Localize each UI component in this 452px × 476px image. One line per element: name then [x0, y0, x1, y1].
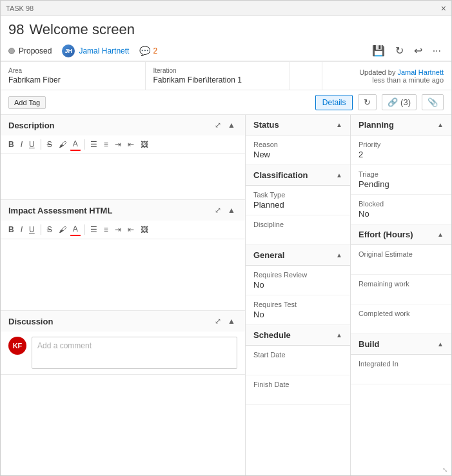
impact-collapse-btn[interactable]: ▲: [226, 205, 237, 215]
impact-toolbar-strike[interactable]: S: [44, 223, 55, 236]
impact-toolbar-paint[interactable]: 🖌: [56, 223, 69, 236]
refresh-button[interactable]: ↻: [393, 43, 406, 58]
undo-button[interactable]: ↩: [411, 43, 425, 58]
status-badge[interactable]: Proposed: [8, 46, 52, 55]
title-bar-label: TASK 98: [6, 5, 34, 12]
discussion-body: KF Add a comment: [1, 332, 245, 374]
tab-details[interactable]: Details: [315, 95, 353, 110]
resize-handle[interactable]: ⤡: [442, 466, 450, 474]
impact-expand-btn[interactable]: ⤢: [213, 205, 223, 215]
updated-by-link[interactable]: Jamal Hartnett: [397, 68, 444, 76]
description-editor[interactable]: [1, 154, 245, 199]
impact-toolbar-ol[interactable]: ≡: [101, 223, 111, 236]
main-window: TASK 98 × 98 Welcome screen Proposed JH …: [0, 0, 452, 476]
tab-history-btn[interactable]: ↻: [358, 94, 377, 110]
general-header[interactable]: General ▲: [246, 245, 350, 266]
impact-toolbar-underline[interactable]: U: [26, 223, 37, 236]
build-section-header[interactable]: Build ▲: [351, 334, 451, 355]
title-bar: TASK 98 ×: [1, 1, 451, 16]
general-title: General: [253, 250, 284, 260]
original-estimate-value[interactable]: [359, 259, 444, 269]
discussion-header[interactable]: Discussion ⤢ ▲: [1, 311, 245, 332]
description-title: Description: [8, 121, 55, 130]
toolbar-font-color[interactable]: A: [70, 138, 81, 151]
iteration-value[interactable]: Fabrikam Fiber\Iteration 1: [153, 75, 282, 84]
effort-section-header[interactable]: Effort (Hours) ▲: [351, 224, 451, 245]
planning-section-header[interactable]: Planning ▲: [351, 115, 451, 135]
discussion-collapse-btn[interactable]: ▲: [226, 316, 237, 326]
schedule-header[interactable]: Schedule ▲: [246, 325, 350, 346]
triage-label: Triage: [359, 170, 444, 178]
remaining-work-value[interactable]: [359, 289, 444, 299]
comment-input[interactable]: Add a comment: [32, 337, 237, 369]
reason-value[interactable]: New: [253, 150, 342, 159]
blocked-label: Blocked: [359, 200, 444, 208]
impact-toolbar-outdent[interactable]: ⇤: [125, 223, 137, 236]
priority-label: Priority: [359, 141, 444, 148]
finish-date-value[interactable]: [253, 390, 342, 399]
toolbar-bold[interactable]: B: [6, 138, 17, 151]
requires-test-value[interactable]: No: [253, 310, 342, 319]
classification-title: Classification: [253, 170, 308, 180]
toolbar-sep2: [84, 139, 84, 150]
toolbar-strike[interactable]: S: [44, 138, 55, 151]
comment-count[interactable]: 💬 2: [139, 46, 157, 56]
toolbar-indent[interactable]: ⇥: [112, 138, 124, 151]
iteration-section: Iteration Fabrikam Fiber\Iteration 1: [146, 62, 291, 90]
tab-links-btn[interactable]: 🔗 (3): [382, 94, 417, 110]
description-toolbar: B I U S 🖌 A ☰ ≡ ⇥ ⇤ 🖼: [1, 135, 245, 154]
discussion-expand-btn[interactable]: ⤢: [213, 316, 223, 326]
status-collapse-icon: ▲: [336, 121, 342, 128]
impact-toolbar-italic[interactable]: I: [18, 223, 25, 236]
discussion-title: Discussion: [8, 317, 53, 326]
discipline-value[interactable]: [253, 230, 342, 239]
toolbar-ol[interactable]: ≡: [101, 138, 111, 151]
toolbar-underline[interactable]: U: [26, 138, 37, 151]
area-value[interactable]: Fabrikam Fiber: [8, 75, 137, 84]
toolbar-image[interactable]: 🖼: [138, 138, 151, 151]
impact-toolbar-font-color[interactable]: A: [70, 223, 81, 236]
requires-review-value[interactable]: No: [253, 280, 342, 290]
tab-attachments-btn[interactable]: 📎: [422, 94, 444, 110]
toolbar-outdent[interactable]: ⇤: [125, 138, 137, 151]
triage-value[interactable]: Pending: [359, 179, 444, 189]
impact-sep2: [84, 224, 84, 235]
effort-section-title: Effort (Hours): [359, 230, 413, 239]
more-button[interactable]: ···: [430, 43, 444, 58]
assignee-field[interactable]: JH Jamal Hartnett: [62, 45, 129, 57]
impact-toolbar: B I U S 🖌 A ☰ ≡ ⇥ ⇤ 🖼: [1, 221, 245, 239]
task-title: Welcome screen: [29, 21, 134, 38]
original-estimate-field: Original Estimate: [351, 245, 451, 275]
toolbar-sep1: [41, 139, 41, 150]
status-section-header[interactable]: Status ▲: [246, 115, 350, 135]
toolbar-italic[interactable]: I: [18, 138, 25, 151]
impact-header[interactable]: Impact Assessment HTML ⤢ ▲: [1, 200, 245, 221]
task-type-value[interactable]: Planned: [253, 200, 342, 210]
reason-field: Reason New: [246, 135, 350, 165]
close-button[interactable]: ×: [441, 3, 446, 14]
description-header[interactable]: Description ⤢ ▲: [1, 115, 245, 135]
integrated-in-value[interactable]: [359, 369, 444, 379]
description-expand-btn[interactable]: ⤢: [213, 120, 223, 130]
classification-header[interactable]: Classification ▲: [246, 165, 350, 186]
start-date-value[interactable]: [253, 360, 342, 370]
impact-controls: ⤢ ▲: [213, 205, 237, 215]
toolbar-paint[interactable]: 🖌: [56, 138, 69, 151]
effort-collapse-icon: ▲: [437, 231, 444, 238]
add-tag-button[interactable]: Add Tag: [8, 96, 46, 109]
blocked-value[interactable]: No: [359, 209, 444, 219]
priority-value[interactable]: 2: [359, 150, 444, 159]
completed-work-value[interactable]: [359, 319, 444, 328]
impact-toolbar-ul[interactable]: ☰: [88, 223, 100, 236]
description-collapse-btn[interactable]: ▲: [226, 120, 237, 130]
description-controls: ⤢ ▲: [213, 120, 237, 130]
comment-icon: 💬: [139, 46, 150, 56]
save-button[interactable]: 💾: [369, 43, 388, 58]
impact-editor[interactable]: [1, 239, 245, 310]
impact-toolbar-bold[interactable]: B: [6, 223, 17, 236]
main-content: Description ⤢ ▲ B I U S 🖌 A ☰ ≡: [1, 115, 451, 475]
impact-toolbar-indent[interactable]: ⇥: [112, 223, 124, 236]
status-section-title: Status: [253, 120, 279, 130]
toolbar-ul[interactable]: ☰: [88, 138, 100, 151]
impact-toolbar-image[interactable]: 🖼: [138, 223, 151, 236]
